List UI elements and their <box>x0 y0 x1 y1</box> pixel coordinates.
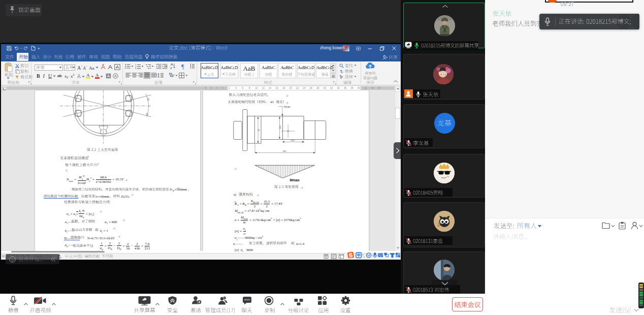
svg-text:15: 15 <box>146 98 150 101</box>
svg-text:95: 95 <box>257 129 260 131</box>
svg-text:Nmax: Nmax <box>284 106 291 108</box>
svg-text:3: 3 <box>135 67 137 70</box>
svg-text:150: 150 <box>291 139 295 142</box>
svg-text:115: 115 <box>279 125 281 129</box>
svg-text:ʼ,: ʼ, <box>363 254 365 258</box>
svg-text:Z: Z <box>170 67 172 70</box>
svg-text:Mmax: Mmax <box>289 178 299 182</box>
svg-text:390: 390 <box>282 150 286 152</box>
svg-text:¶: ¶ <box>181 63 184 70</box>
